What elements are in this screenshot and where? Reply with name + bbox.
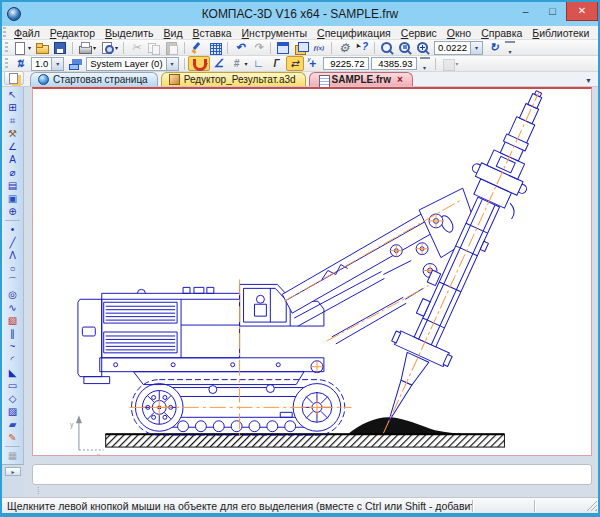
zoom-fit-button[interactable]: [378, 40, 396, 55]
chevron-down-icon[interactable]: ▾: [51, 58, 63, 70]
service-button[interactable]: [335, 40, 353, 55]
macro-button[interactable]: ▾: [439, 56, 461, 71]
snap-button[interactable]: ▾: [188, 56, 210, 71]
tool-edit[interactable]: ⚒: [2, 127, 23, 140]
tool-curve[interactable]: ~: [2, 340, 23, 353]
menu-tools[interactable]: Инструменты: [237, 27, 312, 39]
chevron-down-icon[interactable]: ▾: [166, 58, 178, 70]
menu-editor[interactable]: Редактор: [45, 27, 100, 39]
layer-combo[interactable]: System Layer (0)▾: [86, 57, 178, 71]
maximize-button[interactable]: □: [539, 2, 566, 21]
tool-hatch-style[interactable]: ▧: [2, 314, 23, 327]
refresh-button[interactable]: [485, 40, 503, 55]
close-button[interactable]: ✕: [566, 2, 598, 21]
copy-properties-button[interactable]: [188, 40, 206, 55]
menu-insert[interactable]: Вставка: [188, 27, 237, 39]
drill-mast[interactable]: [355, 89, 566, 446]
tool-hatch[interactable]: ▨: [2, 405, 23, 418]
tool-extra[interactable]: ▦: [2, 449, 23, 462]
tool-circle[interactable]: ○: [2, 262, 23, 275]
undo-button[interactable]: [231, 40, 249, 55]
dropdown-arrow-icon[interactable]: ▾: [245, 60, 248, 67]
counterweight[interactable]: [78, 299, 102, 376]
tool-3d-model[interactable]: ⊕: [2, 205, 23, 218]
tab-sample[interactable]: SAMPLE.frw×: [309, 72, 413, 86]
save-button[interactable]: [51, 40, 69, 55]
redo-button[interactable]: [249, 40, 267, 55]
chevron-down-icon[interactable]: ▾: [470, 42, 482, 54]
y-coordinate-input[interactable]: [371, 57, 417, 70]
panel-drag-handle[interactable]: ⁞: [37, 488, 40, 494]
x-coordinate-input[interactable]: [323, 57, 369, 70]
tool-spline[interactable]: ∿: [2, 301, 23, 314]
tab-close-icon[interactable]: ×: [397, 74, 403, 85]
scale-combo[interactable]: 1.0▾: [31, 57, 64, 71]
tool-rectangle[interactable]: ▭: [2, 379, 23, 392]
ground-mound[interactable]: [348, 417, 473, 434]
tool-ellipse[interactable]: ◎: [2, 288, 23, 301]
tool-insert-sheet[interactable]: ▣: [2, 192, 23, 205]
resize-grip[interactable]: [586, 500, 597, 511]
roundoff-button[interactable]: [286, 56, 304, 71]
tool-brush[interactable]: ✎: [2, 431, 23, 444]
local-cs-button[interactable]: [250, 56, 268, 71]
print-button[interactable]: ▾: [76, 40, 98, 55]
cab[interactable]: [240, 284, 291, 326]
dropdown-arrow-icon[interactable]: ▾: [93, 44, 96, 51]
menu-service[interactable]: Сервис: [396, 27, 442, 39]
engine-housing[interactable]: [102, 287, 240, 357]
preview-button[interactable]: ▾: [98, 40, 120, 55]
dropdown-arrow-icon[interactable]: ▾: [456, 60, 459, 67]
zoom-scale-combo[interactable]: 0.0222▾: [434, 41, 483, 55]
drawing-canvas[interactable]: .b{stroke:#1818c0;fill:none;stroke-width…: [32, 87, 592, 456]
library-manager-button[interactable]: [292, 40, 310, 55]
copy-button[interactable]: [145, 40, 163, 55]
tool-arc[interactable]: ⌒: [2, 275, 23, 288]
ortho-button[interactable]: [268, 56, 286, 71]
tool-report[interactable]: ▤: [2, 179, 23, 192]
tool-parametrize[interactable]: ∠: [2, 140, 23, 153]
tab-list-button[interactable]: ▼: [581, 77, 596, 86]
menu-libraries[interactable]: Библиотеки: [527, 27, 594, 39]
variables-button[interactable]: [274, 40, 292, 55]
angle-snap-button[interactable]: [210, 56, 228, 71]
dropdown-arrow-icon[interactable]: ▾: [28, 44, 31, 51]
tool-text[interactable]: A: [2, 153, 23, 166]
layers-button[interactable]: [66, 56, 84, 71]
tool-specification[interactable]: ⊞: [2, 101, 23, 114]
coordinate-display[interactable]: [304, 56, 322, 71]
open-button[interactable]: [33, 40, 51, 55]
new-document-button[interactable]: ▾: [11, 40, 33, 55]
tool-polygon[interactable]: ◇: [2, 392, 23, 405]
tool-segment[interactable]: ╱: [2, 236, 23, 249]
panel-resize-grip[interactable]: ▸: [5, 467, 21, 476]
document-scale-button[interactable]: [11, 56, 29, 71]
tool-fillet[interactable]: ◜: [2, 353, 23, 366]
tool-polyline[interactable]: Λ: [2, 249, 23, 262]
tab-start-page[interactable]: Стартовая страница: [30, 72, 158, 86]
cut-button[interactable]: [127, 40, 145, 55]
tool-selection[interactable]: ↖: [2, 88, 23, 101]
ground-strip[interactable]: [106, 434, 505, 447]
menu-help[interactable]: Справка: [476, 27, 527, 39]
menu-window[interactable]: Окно: [442, 27, 476, 39]
properties-button[interactable]: [206, 40, 224, 55]
drawing-svg[interactable]: .b{stroke:#1818c0;fill:none;stroke-width…: [33, 89, 591, 455]
menu-view[interactable]: Вид: [159, 27, 188, 39]
documents-panel-button[interactable]: [4, 71, 24, 85]
functions-button[interactable]: [310, 40, 328, 55]
menu-specification[interactable]: Спецификация: [312, 27, 396, 39]
tool-fill[interactable]: ▰: [2, 418, 23, 431]
tool-views[interactable]: ⌗: [2, 114, 23, 127]
tool-equidistant[interactable]: ∥: [2, 327, 23, 340]
grid-button[interactable]: ▾: [228, 56, 250, 71]
dropdown-arrow-icon[interactable]: ▾: [115, 44, 118, 51]
standard-toolbar-overflow[interactable]: ▾: [505, 41, 515, 55]
menu-select[interactable]: Выделить: [100, 27, 158, 39]
tool-measure[interactable]: ⌀: [2, 166, 23, 179]
paste-button[interactable]: [163, 40, 181, 55]
tool-chamfer[interactable]: ◣: [2, 366, 23, 379]
current-toolbar-overflow[interactable]: ▾: [420, 57, 430, 71]
menu-file[interactable]: Файл: [9, 27, 45, 39]
minimize-button[interactable]: –: [512, 2, 539, 21]
